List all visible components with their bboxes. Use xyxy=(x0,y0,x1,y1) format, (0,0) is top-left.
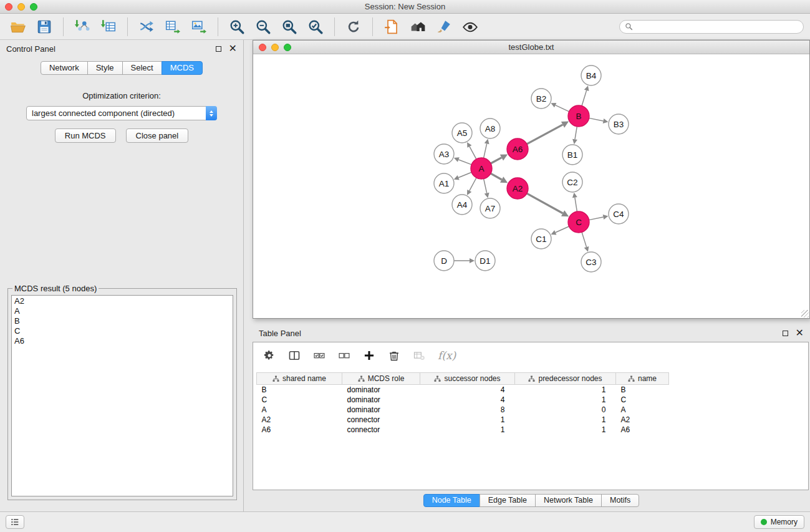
node-table-wrap[interactable]: shared nameMCDS rolesuccessor nodesprede… xyxy=(256,372,805,487)
memory-button[interactable]: Memory xyxy=(754,515,804,529)
graph-edge[interactable] xyxy=(458,160,471,165)
table-cell-shared-name[interactable]: A2 xyxy=(257,415,342,425)
graph-node-mcds[interactable]: C xyxy=(568,211,589,233)
graph-node[interactable]: A4 xyxy=(452,195,472,215)
apply-style-button[interactable] xyxy=(432,16,456,38)
table-tab-node-table[interactable]: Node Table xyxy=(423,494,480,507)
table-row[interactable]: A2connector11A2 xyxy=(257,415,806,425)
zoom-network-window-button[interactable] xyxy=(284,44,291,51)
graph-node[interactable]: D1 xyxy=(475,251,495,271)
refresh-view-button[interactable] xyxy=(342,16,365,38)
show-panels-button[interactable] xyxy=(6,515,24,529)
table-cell-mcds-role[interactable]: connector xyxy=(342,415,420,425)
graph-edge[interactable] xyxy=(589,118,604,121)
graph-edge[interactable] xyxy=(575,198,577,212)
table-cell-name[interactable]: C xyxy=(616,395,669,405)
home-button[interactable] xyxy=(406,16,430,38)
graph-node-mcds[interactable]: A xyxy=(471,158,492,179)
zoom-selected-button[interactable] xyxy=(304,16,327,38)
table-cell-name[interactable]: A2 xyxy=(616,415,669,425)
table-tab-edge-table[interactable]: Edge Table xyxy=(480,494,536,507)
graph-edge[interactable] xyxy=(582,232,586,247)
table-cell-shared-name[interactable]: A xyxy=(257,405,342,415)
float-table-panel-icon[interactable] xyxy=(783,331,788,336)
import-network-button[interactable] xyxy=(70,16,94,38)
table-cell-successor-nodes[interactable]: 4 xyxy=(420,395,515,405)
graph-node[interactable]: B4 xyxy=(581,65,601,85)
add-column-button[interactable] xyxy=(363,349,375,362)
table-cell-successor-nodes[interactable]: 1 xyxy=(420,425,515,435)
graph-node[interactable]: D xyxy=(434,251,454,271)
table-cell-shared-name[interactable]: C xyxy=(257,395,342,405)
mcds-result-item[interactable]: A6 xyxy=(14,336,230,346)
deselect-all-button[interactable] xyxy=(338,349,350,362)
zoom-out-button[interactable] xyxy=(251,16,275,38)
table-row[interactable]: Cdominator41C xyxy=(257,395,806,405)
graph-edge[interactable] xyxy=(484,179,487,193)
network-canvas[interactable]: AA1A2A3A4A5A6A7A8BB1B2B3B4CC1C2C3C4DD1 xyxy=(253,54,809,318)
mcds-result-item[interactable]: A xyxy=(14,306,230,316)
table-cell-shared-name[interactable]: A6 xyxy=(257,425,342,435)
table-cell-name[interactable]: A xyxy=(616,405,669,415)
network-window-titlebar[interactable]: testGlobe.txt xyxy=(253,41,809,54)
graph-edge[interactable] xyxy=(527,125,563,144)
graph-node-mcds[interactable]: A2 xyxy=(507,178,528,199)
table-row[interactable]: A6connector11A6 xyxy=(257,425,806,435)
mcds-result-item[interactable]: C xyxy=(14,326,230,336)
column-header-successor-nodes[interactable]: successor nodes xyxy=(420,373,515,385)
open-session-file-button[interactable] xyxy=(380,16,403,38)
float-panel-icon[interactable] xyxy=(216,46,221,52)
show-graphics-details-button[interactable] xyxy=(458,16,482,38)
tab-select[interactable]: Select xyxy=(122,61,162,75)
graph-node[interactable]: C1 xyxy=(531,229,551,249)
table-cell-predecessor-nodes[interactable]: 0 xyxy=(515,405,616,415)
graph-edge[interactable] xyxy=(458,172,471,177)
export-network-button[interactable] xyxy=(135,16,158,38)
graph-edge[interactable] xyxy=(582,90,587,106)
table-cell-mcds-role[interactable]: connector xyxy=(342,425,420,435)
export-table-button[interactable] xyxy=(161,16,185,38)
open-file-button[interactable] xyxy=(6,16,30,38)
table-cell-name[interactable]: B xyxy=(616,385,669,395)
mcds-result-list[interactable]: A2ABCA6 xyxy=(11,295,233,496)
minimize-network-window-button[interactable] xyxy=(271,44,279,51)
resize-handle[interactable] xyxy=(801,310,809,317)
column-header-name[interactable]: name xyxy=(616,373,669,385)
table-tab-motifs[interactable]: Motifs xyxy=(601,494,639,507)
graph-node[interactable]: C2 xyxy=(562,172,582,192)
graph-edge[interactable] xyxy=(491,158,501,163)
close-panel-icon[interactable]: ✕ xyxy=(229,44,237,54)
zoom-in-button[interactable] xyxy=(225,16,249,38)
column-header-shared-name[interactable]: shared name xyxy=(257,373,342,385)
tab-mcds[interactable]: MCDS xyxy=(162,61,203,75)
close-window-button[interactable] xyxy=(5,3,12,11)
graph-edge[interactable] xyxy=(484,143,487,158)
graph-edge[interactable] xyxy=(556,226,569,233)
graph-node[interactable]: C3 xyxy=(581,252,601,272)
table-tab-network-table[interactable]: Network Table xyxy=(535,494,602,507)
graph-node[interactable]: C4 xyxy=(609,204,629,224)
graph-edge[interactable] xyxy=(527,193,563,213)
table-cell-name[interactable]: A6 xyxy=(616,425,669,435)
table-cell-successor-nodes[interactable]: 1 xyxy=(420,415,515,425)
table-cell-shared-name[interactable]: B xyxy=(257,385,342,395)
graph-node-mcds[interactable]: B xyxy=(568,105,589,127)
show-columns-button[interactable] xyxy=(288,349,301,362)
graph-node[interactable]: A3 xyxy=(434,144,454,164)
graph-node[interactable]: A7 xyxy=(480,198,500,218)
search-box[interactable] xyxy=(619,20,804,34)
mcds-result-item[interactable]: A2 xyxy=(14,296,230,306)
graph-node-mcds[interactable]: A6 xyxy=(507,138,528,160)
table-row[interactable]: Bdominator41B xyxy=(257,385,806,395)
export-image-button[interactable] xyxy=(187,16,211,38)
tab-network[interactable]: Network xyxy=(41,61,88,75)
table-cell-predecessor-nodes[interactable]: 1 xyxy=(515,415,616,425)
zoom-fit-button[interactable] xyxy=(277,16,301,38)
graph-edge[interactable] xyxy=(589,217,604,220)
import-table-button[interactable] xyxy=(97,16,120,38)
graph-node[interactable]: B3 xyxy=(609,114,629,134)
table-cell-successor-nodes[interactable]: 4 xyxy=(420,385,515,395)
zoom-window-button[interactable] xyxy=(30,3,37,11)
table-cell-mcds-role[interactable]: dominator xyxy=(342,385,420,395)
graph-edge[interactable] xyxy=(491,173,502,180)
